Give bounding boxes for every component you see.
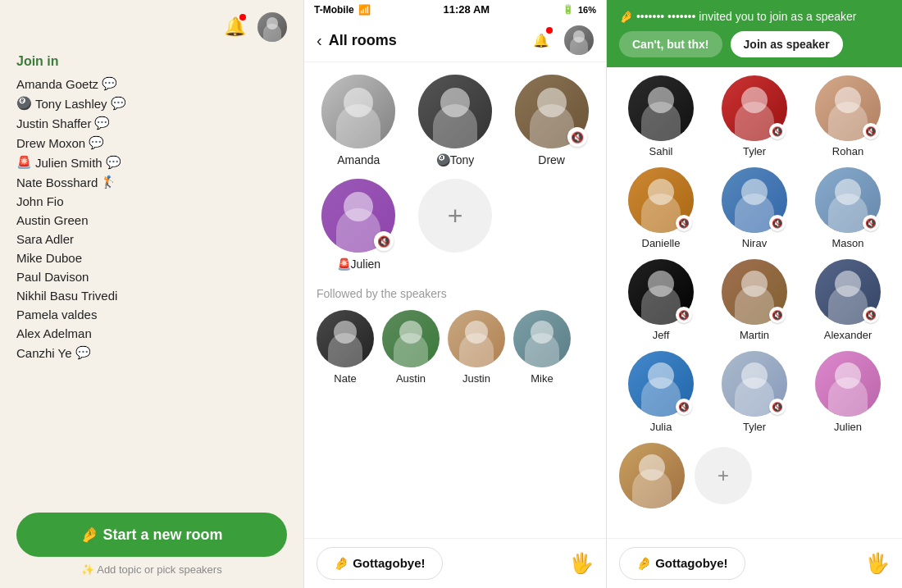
audience-name: Austin — [396, 372, 426, 385]
speaker-avatar — [628, 75, 694, 141]
status-bar: T-Mobile 📶 11:28 AM 🔋 16% — [304, 0, 606, 19]
notification-bell[interactable]: 🔔 — [220, 12, 249, 42]
audience-name: Nate — [334, 372, 356, 385]
speaker-name: Alexander — [824, 329, 872, 341]
speaker-name: Martin — [740, 329, 769, 341]
speaker-cell[interactable]: 🎱Tony — [413, 75, 498, 166]
left-panel: 🔔 Join in Amanda Goetz 💬 🎱 Tony Lashley … — [0, 0, 303, 588]
list-item: John Fio — [16, 192, 283, 211]
start-new-room-button[interactable]: 🤌 Start a new room — [16, 513, 287, 557]
audience-cell[interactable]: Austin — [382, 310, 440, 385]
chat-icon: 💬 — [102, 76, 117, 91]
member-name: Sara Adler — [16, 232, 74, 246]
mute-icon: 🔇 — [863, 123, 879, 139]
mute-icon: 🔇 — [567, 127, 587, 147]
speaker-name: Rohan — [832, 145, 863, 157]
member-name: Alex Adelman — [16, 326, 92, 340]
add-topic-label[interactable]: ✨ Add topic or pick speakers — [16, 563, 287, 580]
speaker-name: Amanda — [337, 153, 380, 166]
member-name: Canzhi Ye — [16, 346, 72, 360]
mid-header: ‹ All rooms 🔔 — [304, 19, 606, 62]
member-name: Amanda Goetz — [16, 77, 98, 91]
speaker-cell[interactable]: 🔇 Julia — [619, 351, 703, 433]
list-item: Canzhi Ye 💬 — [16, 343, 283, 362]
speaker-name: Danielle — [642, 237, 681, 249]
mid-header-left: ‹ All rooms — [317, 31, 397, 50]
list-item: Paul Davison — [16, 267, 283, 286]
battery-icon: 🔋 — [563, 4, 574, 15]
mute-icon: 🔇 — [769, 215, 786, 231]
speaker-cell[interactable]: 🔇 Mason — [806, 167, 890, 249]
speaker-cell[interactable]: 🔇 Tyler — [713, 351, 796, 433]
speaker-name: Sahil — [649, 145, 673, 157]
status-bar-left: T-Mobile 📶 — [314, 4, 371, 16]
gottagobye-button[interactable]: 🤌 Gottagobye! — [619, 547, 745, 580]
raise-hand-button[interactable]: 🖐️ — [865, 552, 890, 575]
add-more-button[interactable]: + — [695, 447, 752, 504]
list-item: Alex Adelman — [16, 324, 283, 343]
speaker-cell[interactable]: Julien — [806, 351, 890, 433]
golf-icon: 🏌️ — [101, 175, 116, 189]
mute-icon: 🔇 — [769, 399, 786, 415]
speaker-cell[interactable]: 🔇 Drew — [509, 75, 594, 166]
back-button[interactable]: ‹ — [317, 31, 322, 50]
join-as-speaker-button[interactable]: Join as speaker — [731, 31, 843, 57]
list-item: Drew Moxon 💬 — [16, 133, 283, 153]
speaker-name: Drew — [538, 153, 565, 166]
mid-footer: 🤌 Gottagobye! 🖐️ — [304, 538, 606, 588]
add-speaker-cell[interactable]: + — [413, 179, 498, 271]
speaker-cell[interactable]: 🔇 Alexander — [806, 259, 890, 341]
speaker-avatar — [815, 351, 881, 417]
cant-but-thanks-button[interactable]: Can't, but thx! — [619, 31, 722, 57]
speaker-cell[interactable]: Sahil — [619, 75, 703, 157]
signal-icon: 📶 — [358, 4, 371, 16]
speaker-avatar: 🔇 — [815, 75, 881, 141]
audience-name: Mike — [531, 372, 553, 385]
notification-dot — [239, 14, 246, 21]
speaker-avatar: 🔇 — [628, 167, 694, 233]
speaker-cell[interactable]: 🔇 Tyler — [713, 75, 796, 157]
mute-icon: 🔇 — [374, 231, 394, 251]
mid-header-right: 🔔 — [526, 25, 594, 55]
mute-icon: 🔇 — [769, 123, 786, 139]
audience-avatar — [448, 310, 505, 367]
speaker-avatar: 🔇 — [515, 75, 589, 148]
right-header: 🤌 ••••••• ••••••• invited you to join as… — [607, 0, 902, 67]
speaker-cell[interactable]: 🔇 Danielle — [619, 167, 703, 249]
speakers-grid: Amanda 🎱Tony 🔇 — [317, 75, 594, 271]
speaker-cell[interactable]: 🔇 🚨Julien — [317, 179, 401, 271]
raise-hand-button[interactable]: 🖐️ — [569, 552, 594, 575]
speaker-avatar: 🔇 — [628, 351, 694, 417]
speaker-cell[interactable]: 🔇 Nirav — [713, 167, 796, 249]
audience-cell[interactable]: Justin — [448, 310, 505, 385]
gottagobye-button[interactable]: 🤌 Gottagobye! — [317, 547, 443, 580]
speaker-avatar: 🔇 — [722, 259, 787, 325]
speaker-cell[interactable]: 🔇 Martin — [713, 259, 796, 341]
speaker-avatar: 🔇 — [722, 167, 787, 233]
list-item: Amanda Goetz 💬 — [16, 74, 283, 93]
user-avatar[interactable] — [564, 25, 594, 55]
left-header: 🔔 — [16, 12, 287, 42]
list-item: 🚨 Julien Smith 💬 — [16, 153, 283, 172]
chat-icon: 💬 — [89, 135, 104, 150]
audience-cell[interactable]: Mike — [513, 310, 571, 385]
speaker-avatar: 🔇 — [722, 75, 787, 141]
join-in-label: Join in — [16, 54, 287, 69]
audience-row: Nate Austin Justin — [317, 310, 594, 385]
list-item: Austin Green — [16, 211, 283, 230]
chat-icon: 💬 — [106, 155, 121, 170]
user-avatar[interactable] — [257, 12, 287, 42]
speaker-cell[interactable] — [619, 443, 685, 508]
followed-label: Followed by the speakers — [317, 287, 594, 300]
speaker-cell[interactable]: 🔇 Rohan — [806, 75, 890, 157]
add-speaker-button[interactable]: + — [418, 179, 492, 253]
extra-row: + — [619, 443, 890, 508]
notification-bell[interactable]: 🔔 — [526, 25, 556, 55]
speaker-name: Julia — [650, 421, 672, 433]
member-name: Nate Bosshard — [16, 175, 98, 189]
audience-cell[interactable]: Nate — [317, 310, 374, 385]
audience-avatar — [382, 310, 440, 367]
speaker-cell[interactable]: Amanda — [317, 75, 401, 166]
speaker-cell[interactable]: 🔇 Jeff — [619, 259, 703, 341]
list-item: Nikhil Basu Trivedi — [16, 286, 283, 305]
